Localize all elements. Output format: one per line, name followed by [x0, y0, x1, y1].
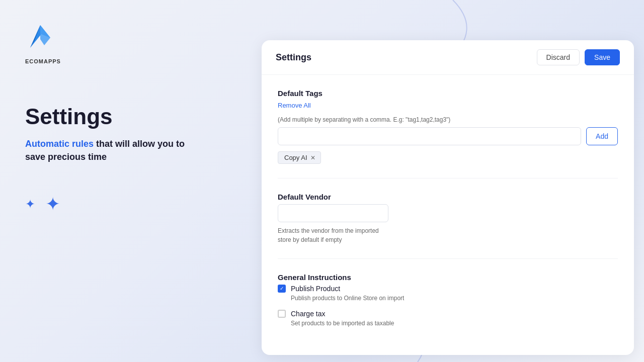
vendor-input[interactable] — [278, 204, 388, 222]
subtitle-highlight: Automatic rules — [25, 139, 94, 149]
publish-product-label: Publish Product — [291, 285, 340, 293]
default-vendor-section: Default Vendor Extracts the vendor from … — [278, 193, 618, 259]
tag-input[interactable] — [278, 127, 581, 145]
add-tag-button[interactable]: Add — [586, 127, 618, 145]
vendor-hint: Extracts the vendor from the imported st… — [278, 226, 618, 244]
charge-tax-desc: Set products to be imported as taxable — [291, 320, 618, 327]
default-vendor-title: Default Vendor — [278, 193, 618, 201]
tag-chip-label: Copy AI — [284, 154, 307, 161]
publish-product-checkbox[interactable]: ✓ — [278, 285, 286, 293]
general-instructions-section: General Instructions ✓ Publish Product P… — [278, 273, 618, 341]
page-subtitle: Automatic rules that will allow you to s… — [25, 138, 186, 163]
tag-input-row: Add — [278, 127, 618, 145]
general-instructions-title: General Instructions — [278, 273, 618, 282]
tags-list: Copy AI ✕ — [278, 151, 618, 164]
save-button[interactable]: Save — [585, 49, 620, 65]
charge-tax-checkbox[interactable] — [278, 310, 286, 318]
settings-panel-title: Settings — [276, 52, 311, 63]
star-small-icon: ✦ — [25, 197, 35, 211]
default-tags-section: Default Tags Remove All (Add multiple by… — [278, 89, 618, 178]
stars-area: ✦ ✦ — [25, 194, 221, 215]
discard-button[interactable]: Discard — [537, 49, 580, 65]
logo-icon — [25, 20, 55, 55]
tags-input-hint: (Add multiple by separating with a comma… — [278, 116, 618, 123]
charge-tax-row: Charge tax Set products to be imported a… — [278, 310, 618, 327]
tag-chip: Copy AI ✕ — [278, 151, 321, 164]
charge-tax-label: Charge tax — [291, 310, 325, 318]
settings-header: Settings Discard Save — [262, 40, 634, 75]
page-title: Settings — [25, 105, 221, 129]
charge-tax-label-row: Charge tax — [278, 310, 618, 318]
publish-product-row: ✓ Publish Product Publish products to On… — [278, 285, 618, 302]
default-tags-title: Default Tags — [278, 89, 618, 98]
header-buttons: Discard Save — [537, 49, 620, 65]
tag-chip-remove[interactable]: ✕ — [310, 155, 315, 161]
left-panel: ECOMAPPS Settings Automatic rules that w… — [0, 0, 247, 362]
star-large-icon: ✦ — [45, 194, 60, 215]
settings-panel: Settings Discard Save Default Tags Remov… — [262, 40, 634, 355]
publish-product-label-row: ✓ Publish Product — [278, 285, 618, 293]
remove-all-link[interactable]: Remove All — [278, 102, 311, 109]
publish-product-desc: Publish products to Online Store on impo… — [291, 295, 618, 302]
settings-content: Default Tags Remove All (Add multiple by… — [262, 75, 634, 355]
logo-text: ECOMAPPS — [25, 58, 61, 64]
logo-area: ECOMAPPS — [25, 20, 221, 64]
checkmark-icon: ✓ — [280, 286, 284, 291]
